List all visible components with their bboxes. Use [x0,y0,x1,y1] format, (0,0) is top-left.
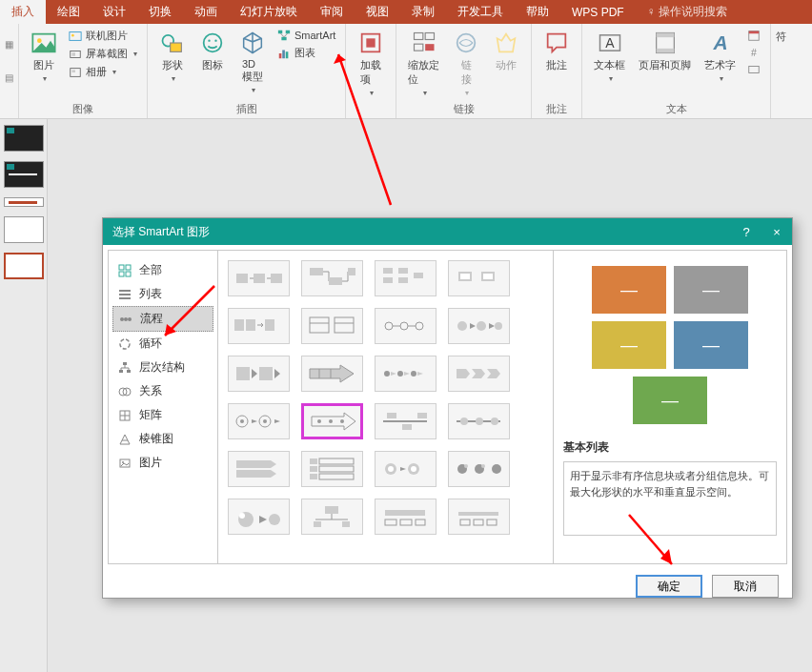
gallery-item[interactable] [448,451,510,487]
sym-label: 符 [776,30,786,44]
cat-pyramid[interactable]: 棱锥图 [112,427,213,451]
dialog-help-button[interactable]: ? [731,218,761,245]
svg-point-107 [460,417,468,425]
cat-list[interactable]: 列表 [112,282,213,306]
symbols-button[interactable]: 符 [776,28,786,46]
gallery-item[interactable] [228,499,290,535]
smartart-button[interactable]: SmartArt [275,28,337,43]
gallery-item[interactable] [375,451,436,487]
tab-design[interactable]: 设计 [91,0,137,25]
svg-rect-72 [483,274,493,279]
chart-button[interactable]: 图表 [275,45,337,61]
slide-thumb-2[interactable] [4,161,44,188]
gallery-item[interactable] [448,260,510,296]
svg-point-87 [495,322,502,330]
gallery-item[interactable] [228,308,290,344]
tab-devtools[interactable]: 开发工具 [446,0,515,25]
link-button[interactable]: 链 接▾ [449,28,483,99]
svg-point-126 [239,513,245,519]
cat-process-label: 流程 [140,311,163,327]
pictures-button[interactable]: 图片 ▾ [27,28,61,85]
svg-rect-30 [657,49,675,53]
gallery-item[interactable] [375,356,436,392]
slide-thumb-4[interactable] [4,216,44,243]
svg-rect-88 [236,367,250,380]
gallery-item[interactable] [448,308,510,344]
slide-thumb-5[interactable] [4,253,44,279]
gallery-item[interactable] [301,308,363,344]
gallery-item[interactable] [301,356,363,392]
shapes-label: 形状 [162,58,183,72]
gallery-item[interactable] [375,308,436,344]
gallery-item[interactable] [301,451,363,487]
3dmodels-button[interactable]: 3D 模型▾ [235,28,270,96]
slide-thumb-3[interactable] [4,197,44,207]
gallery-item[interactable] [228,451,290,487]
tab-record[interactable]: 录制 [400,0,446,25]
gallery-item[interactable] [228,260,290,296]
svg-rect-115 [319,474,354,479]
svg-rect-33 [749,31,760,34]
dialog-close-button[interactable]: × [761,218,792,245]
screenshot-button[interactable]: 屏幕截图▾ [67,46,139,62]
cat-matrix-label: 矩阵 [139,407,162,423]
gallery-item[interactable] [375,260,436,296]
svg-rect-128 [325,506,338,514]
gallery-item[interactable] [301,260,363,296]
date-button[interactable] [745,28,762,43]
gallery-item[interactable] [375,403,436,439]
cat-matrix[interactable]: 矩阵 [112,403,213,427]
gallery-item[interactable] [228,403,290,439]
shapes-button[interactable]: 形状▾ [155,28,190,85]
tab-transition[interactable]: 切换 [137,0,183,25]
gallery-item[interactable] [448,403,510,439]
preview-box-5: — [633,377,707,424]
tab-wpspdf[interactable]: WPS PDF [560,1,636,24]
cat-process[interactable]: 流程 [112,306,213,332]
slide-thumb-1[interactable] [4,125,44,152]
cat-hierarchy[interactable]: 层次结构 [112,356,213,379]
gallery-item[interactable] [448,356,510,392]
gallery-item[interactable] [228,356,290,392]
tab-slideshow[interactable]: 幻灯片放映 [229,0,309,25]
wordart-button[interactable]: A 艺术字▾ [700,28,740,85]
icons-button[interactable]: 图标 [195,28,230,74]
cancel-button[interactable]: 取消 [712,575,779,598]
album-button[interactable]: 相册▾ [67,64,139,80]
cat-picture[interactable]: 图片 [112,451,213,475]
tab-animation[interactable]: 动画 [183,0,229,25]
svg-rect-61 [310,268,323,275]
object-button[interactable] [745,62,762,77]
gallery-item[interactable] [375,499,436,535]
slidenum-button[interactable]: # [745,45,762,60]
cat-all[interactable]: 全部 [112,258,213,282]
tab-draw[interactable]: 绘图 [46,0,91,25]
addins-button[interactable]: 加载 项▾ [354,28,388,99]
textbox-button[interactable]: A 文本框▾ [590,28,629,85]
gallery-item-selected[interactable] [301,403,363,439]
tab-insert[interactable]: 插入 [0,0,46,25]
ok-button[interactable]: 确定 [636,575,702,598]
gallery-item[interactable] [301,499,363,535]
action-button[interactable]: 动作 [489,28,523,74]
gallery-item[interactable] [448,499,510,535]
svg-rect-7 [72,70,76,72]
svg-point-108 [476,417,483,425]
online-pictures-button[interactable]: 联机图片 [67,28,139,44]
smartart-gallery[interactable] [218,251,553,563]
addins-label: 加载 项 [360,58,381,87]
headerfooter-button[interactable]: 页眉和页脚 [635,28,695,74]
cube-icon [239,30,266,56]
tab-help[interactable]: 帮助 [515,0,560,25]
cat-relationship[interactable]: 关系 [112,379,213,403]
dialog-title: 选择 SmartArt 图形 [112,224,210,240]
tab-review[interactable]: 审阅 [309,0,355,25]
tab-view[interactable]: 视图 [355,0,400,25]
comment-button[interactable]: 批注 [539,28,574,74]
group-comments-label: 批注 [546,100,567,116]
svg-rect-62 [329,277,342,285]
zoom-button[interactable]: 缩放定 位▾ [404,28,443,99]
cat-cycle[interactable]: 循环 [112,332,213,356]
svg-point-101 [340,419,344,423]
tab-tellme[interactable]: ♀ 操作说明搜索 [636,0,739,25]
